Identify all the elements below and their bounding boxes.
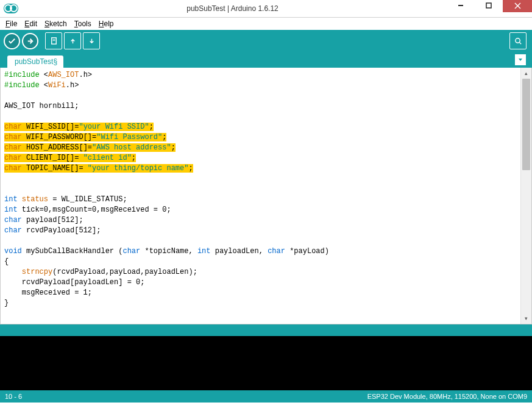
menubar: File Edit Sketch Tools Help [0, 18, 532, 30]
tab-menu-button[interactable] [515, 54, 526, 65]
close-button[interactable] [503, 0, 532, 12]
open-button[interactable] [64, 32, 81, 49]
board-info: ESP32 Dev Module, 80MHz, 115200, None on… [367, 393, 527, 400]
window-buttons [447, 0, 532, 17]
svg-point-7 [515, 38, 520, 43]
code-editor[interactable]: #include <AWS_IOT.h> #include <WiFi.h> A… [1, 68, 520, 324]
svg-line-8 [519, 42, 521, 44]
minimize-button[interactable] [447, 0, 475, 12]
editor-area: #include <AWS_IOT.h> #include <WiFi.h> A… [0, 68, 532, 324]
serial-monitor-button[interactable] [509, 32, 527, 49]
menu-edit[interactable]: Edit [21, 19, 40, 29]
verify-button[interactable] [4, 33, 20, 49]
scroll-up-icon[interactable]: ▴ [521, 68, 531, 79]
new-button[interactable] [45, 32, 62, 49]
upload-button[interactable] [22, 33, 38, 49]
menu-help[interactable]: Help [96, 19, 117, 29]
scroll-down-icon[interactable]: ▾ [521, 313, 531, 324]
scroll-thumb[interactable] [522, 79, 530, 170]
save-button[interactable] [83, 32, 100, 49]
tab-pubsubtest[interactable]: pubSubTest§ [7, 55, 63, 68]
svg-rect-1 [486, 3, 491, 8]
menu-tools[interactable]: Tools [71, 19, 94, 29]
arduino-logo-icon [4, 4, 18, 13]
footer: 10 - 6 ESP32 Dev Module, 80MHz, 115200, … [0, 390, 532, 403]
status-strip [0, 324, 532, 336]
maximize-button[interactable] [475, 0, 503, 12]
tab-bar: pubSubTest§ [0, 52, 532, 68]
titlebar: pubSubTest | Arduino 1.6.12 [0, 0, 532, 18]
window-title: pubSubTest | Arduino 1.6.12 [18, 4, 447, 13]
console[interactable] [0, 336, 532, 390]
cursor-position: 10 - 6 [5, 393, 22, 400]
toolbar [0, 30, 532, 52]
vertical-scrollbar[interactable]: ▴ ▾ [520, 68, 531, 324]
menu-file[interactable]: File [2, 19, 20, 29]
menu-sketch[interactable]: Sketch [41, 19, 70, 29]
